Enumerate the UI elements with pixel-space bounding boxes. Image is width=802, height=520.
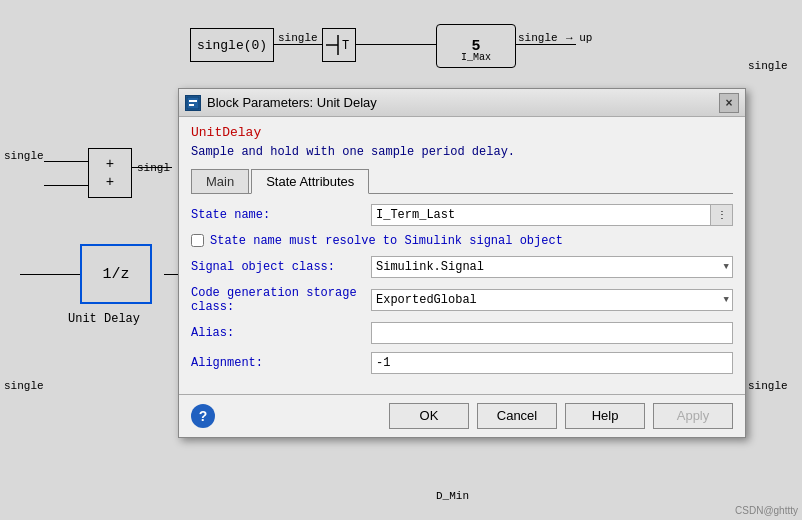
checkbox-row: State name must resolve to Simulink sign… — [191, 234, 733, 248]
tab-main[interactable]: Main — [191, 169, 249, 193]
code-gen-storage-row: Code generation storage class: ExportedG… — [191, 286, 733, 314]
alias-label: Alias: — [191, 326, 371, 340]
code-gen-storage-label: Code generation storage class: — [191, 286, 371, 314]
alignment-row: Alignment: — [191, 352, 733, 374]
state-name-menu-btn[interactable]: ⋮ — [711, 204, 733, 226]
dialog-icon — [185, 95, 201, 111]
dialog-title-bar: Block Parameters: Unit Delay × — [179, 89, 745, 117]
state-name-input[interactable] — [371, 204, 711, 226]
block-parameters-dialog: Block Parameters: Unit Delay × UnitDelay… — [178, 88, 746, 438]
title-bar-left: Block Parameters: Unit Delay — [185, 95, 377, 111]
svg-rect-5 — [189, 104, 194, 106]
alignment-label: Alignment: — [191, 356, 371, 370]
code-gen-storage-select-wrap: ExportedGlobal Auto Default — [371, 289, 733, 311]
signal-object-class-select[interactable]: Simulink.Signal — [371, 256, 733, 278]
help-icon-button[interactable]: ? — [191, 404, 215, 428]
svg-rect-4 — [189, 100, 197, 102]
state-name-row: State name: ⋮ — [191, 204, 733, 226]
dialog-body: UnitDelay Sample and hold with one sampl… — [179, 117, 745, 394]
alignment-input-wrap — [371, 352, 733, 374]
tab-state-attributes[interactable]: State Attributes — [251, 169, 369, 194]
checkbox-label: State name must resolve to Simulink sign… — [210, 234, 563, 248]
block-type-label: UnitDelay — [191, 125, 733, 140]
buttons-right: OK Cancel Help Apply — [389, 403, 733, 429]
buttons-area: ? OK Cancel Help Apply — [179, 394, 745, 437]
alias-input[interactable] — [371, 322, 733, 344]
state-name-input-wrap: ⋮ — [371, 204, 733, 226]
alias-row: Alias: — [191, 322, 733, 344]
signal-object-class-label: Signal object class: — [191, 260, 371, 274]
dialog-title: Block Parameters: Unit Delay — [207, 95, 377, 110]
help-button[interactable]: Help — [565, 403, 645, 429]
svg-rect-3 — [187, 97, 199, 109]
close-button[interactable]: × — [719, 93, 739, 113]
state-name-label: State name: — [191, 208, 371, 222]
signal-object-class-select-wrap: Simulink.Signal — [371, 256, 733, 278]
code-gen-storage-select[interactable]: ExportedGlobal Auto Default — [371, 289, 733, 311]
resolve-checkbox[interactable] — [191, 234, 204, 247]
cancel-button[interactable]: Cancel — [477, 403, 557, 429]
alignment-input[interactable] — [371, 352, 733, 374]
signal-object-class-row: Signal object class: Simulink.Signal — [191, 256, 733, 278]
block-description: Sample and hold with one sample period d… — [191, 144, 733, 161]
ok-button[interactable]: OK — [389, 403, 469, 429]
tabs-row: Main State Attributes — [191, 169, 733, 194]
apply-button[interactable]: Apply — [653, 403, 733, 429]
alias-input-wrap — [371, 322, 733, 344]
